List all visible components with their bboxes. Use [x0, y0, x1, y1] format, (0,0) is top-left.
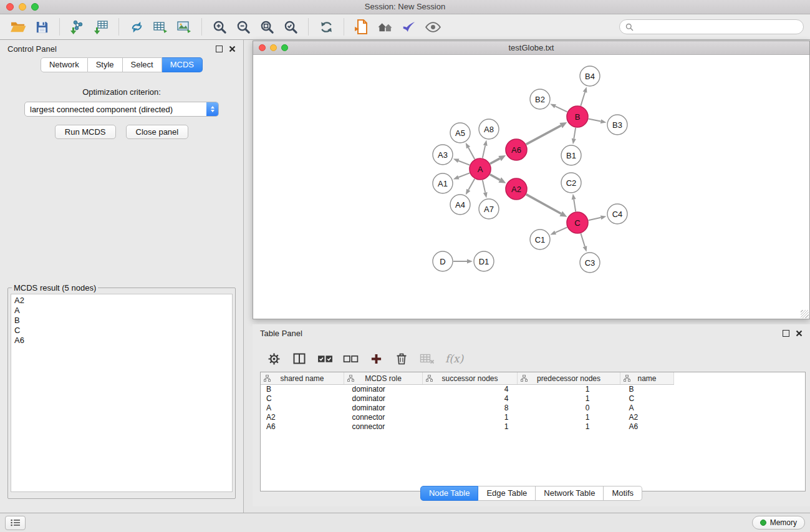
close-panel-button[interactable]: Close panel [126, 125, 189, 139]
search-field[interactable] [619, 19, 804, 34]
graph-node-C2[interactable]: C2 [561, 173, 581, 193]
import-network-button[interactable] [65, 16, 89, 37]
graph-edge[interactable] [572, 128, 576, 144]
table-row[interactable]: A6connector11A6 [261, 422, 806, 432]
column-header-successor-nodes[interactable]: successor nodes [423, 372, 518, 385]
network-share-button[interactable] [125, 16, 148, 37]
graph-node-C4[interactable]: C4 [607, 204, 627, 224]
column-header-name[interactable]: name [620, 372, 674, 385]
mcds-result-item[interactable]: A2 [11, 296, 232, 306]
graph-node-B[interactable]: B [567, 106, 588, 127]
graph-node-D1[interactable]: D1 [474, 251, 494, 271]
table-row[interactable]: Bdominator41B [261, 385, 806, 395]
graph-node-B2[interactable]: B2 [530, 89, 550, 109]
network-window-titlebar[interactable]: testGlobe.txt [253, 41, 809, 55]
show-columns-button[interactable] [289, 349, 309, 368]
graph-edge[interactable] [466, 143, 475, 159]
graph-edge[interactable] [581, 87, 587, 106]
column-header-MCDS-role[interactable]: MCDS role [344, 372, 423, 385]
table-row[interactable]: A2connector11A2 [261, 413, 806, 422]
tab-network[interactable]: Network [41, 57, 88, 72]
graph-node-A[interactable]: A [470, 158, 491, 180]
mcds-result-item[interactable]: C [11, 326, 232, 336]
mcds-result-item[interactable]: B [11, 316, 232, 326]
column-header-shared-name[interactable]: shared name [261, 372, 344, 385]
help-button[interactable] [397, 16, 421, 37]
graph-edge[interactable] [589, 119, 607, 124]
deselect-all-button[interactable] [340, 349, 360, 368]
graph-edge[interactable] [466, 179, 475, 195]
graph-edge[interactable] [550, 227, 567, 235]
export-image-button[interactable] [172, 16, 196, 37]
graph-node-B3[interactable]: B3 [607, 115, 627, 135]
open-session-button[interactable] [6, 16, 30, 37]
graph-edge[interactable] [526, 122, 567, 144]
tab-mcds[interactable]: MCDS [162, 57, 203, 72]
graph-node-A2[interactable]: A2 [506, 178, 527, 200]
open-document-button[interactable] [350, 16, 374, 37]
network-canvas[interactable]: B4B2BB3A8A5A6A3B1AA1C2A2A4A7C4CC1C3DD1 [253, 55, 809, 319]
graph-edge[interactable] [572, 194, 576, 211]
graph-node-A6[interactable]: A6 [506, 139, 527, 160]
table-row[interactable]: Cdominator41C [261, 394, 806, 404]
resize-grip[interactable] [801, 310, 809, 318]
home-button[interactable] [374, 16, 397, 37]
graph-node-B1[interactable]: B1 [561, 145, 581, 165]
mcds-result-item[interactable]: A6 [11, 336, 232, 346]
zoom-fit-button[interactable] [255, 16, 279, 37]
graph-node-B4[interactable]: B4 [580, 66, 600, 86]
zoom-network-window-button[interactable] [281, 44, 288, 51]
import-table-button[interactable] [89, 16, 113, 37]
graph-edge[interactable] [589, 215, 607, 220]
graph-edge[interactable] [453, 259, 473, 264]
close-window-button[interactable] [6, 3, 14, 11]
graph-node-A7[interactable]: A7 [479, 199, 499, 219]
add-column-button[interactable] [366, 349, 386, 368]
tab-network-table[interactable]: Network Table [536, 486, 604, 501]
save-session-button[interactable] [30, 16, 54, 37]
graph-edge[interactable] [483, 140, 488, 158]
minimize-window-button[interactable] [19, 3, 26, 11]
close-panel-icon[interactable] [229, 46, 236, 52]
export-table-button[interactable] [148, 16, 172, 37]
graph-node-A8[interactable]: A8 [479, 119, 499, 139]
graph-edge[interactable] [453, 158, 470, 165]
mcds-result-list[interactable]: A2ABCA6 [11, 294, 233, 492]
graph-edge[interactable] [490, 155, 506, 164]
float-panel-icon[interactable] [216, 46, 223, 52]
float-table-panel-icon[interactable] [783, 330, 789, 337]
search-input[interactable] [637, 22, 798, 32]
close-table-panel-icon[interactable] [796, 330, 803, 337]
minimize-network-window-button[interactable] [270, 44, 277, 51]
graph-node-A5[interactable]: A5 [450, 123, 470, 143]
graph-node-D[interactable]: D [433, 251, 453, 271]
delete-column-button[interactable] [392, 349, 412, 368]
graph-node-A4[interactable]: A4 [450, 195, 470, 215]
mcds-result-item[interactable]: A [11, 306, 232, 316]
graph-edge[interactable] [550, 104, 567, 112]
toggle-visibility-button[interactable] [421, 16, 445, 37]
graph-node-C[interactable]: C [567, 212, 588, 233]
graph-edge[interactable] [490, 175, 506, 183]
table-row[interactable]: Adominator80A [261, 404, 806, 413]
zoom-window-button[interactable] [31, 3, 39, 11]
optimization-criterion-select[interactable]: largest connected component (directed) [24, 102, 219, 117]
run-mcds-button[interactable]: Run MCDS [55, 125, 116, 139]
graph-node-C1[interactable]: C1 [530, 230, 550, 249]
zoom-out-button[interactable] [231, 16, 255, 37]
select-all-button[interactable] [315, 349, 335, 368]
close-network-window-button[interactable] [259, 44, 266, 51]
tab-style[interactable]: Style [88, 57, 123, 72]
tab-node-table[interactable]: Node Table [420, 486, 479, 501]
table-settings-button[interactable] [264, 349, 284, 368]
tab-select[interactable]: Select [123, 57, 162, 72]
refresh-view-button[interactable] [314, 16, 338, 37]
tab-edge-table[interactable]: Edge Table [478, 486, 536, 501]
column-header-predecessor-nodes[interactable]: predecessor nodes [518, 372, 620, 385]
graph-edge[interactable] [453, 173, 470, 179]
zoom-in-button[interactable] [208, 16, 231, 37]
graph-edge[interactable] [581, 233, 587, 252]
graph-edge[interactable] [483, 180, 488, 198]
tab-motifs[interactable]: Motifs [604, 486, 642, 501]
memory-button[interactable]: Memory [752, 516, 805, 530]
